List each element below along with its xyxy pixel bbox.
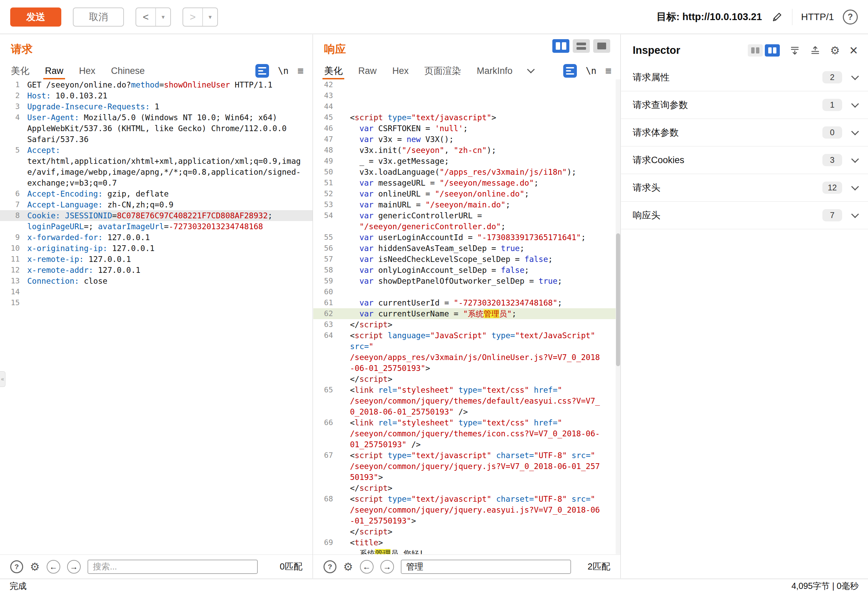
inspector-section-cookies[interactable]: 请求Cookies 3 <box>621 146 868 174</box>
code-line: 15 <box>0 297 313 308</box>
edit-target-pencil-icon[interactable] <box>771 11 783 23</box>
response-panel-title: 响应 <box>324 42 346 57</box>
code-line: 1GET /seeyon/online.do?method=showOnline… <box>0 79 313 90</box>
prev-match-button[interactable]: ← <box>360 560 373 574</box>
code-line: 13Connection: close <box>0 275 313 287</box>
inspector-section-request-headers[interactable]: 请求头 12 <box>621 174 868 202</box>
code-line: exchange;v=b3;q=0.7 <box>0 177 313 188</box>
collapse-all-icon[interactable] <box>810 45 821 56</box>
response-editor-icons: \n ≡ <box>563 64 611 78</box>
editor-menu-icon[interactable]: ≡ <box>297 65 304 77</box>
inspector-close-icon[interactable]: × <box>849 43 858 58</box>
code-line: 56 var hiddenSaveAsTeam_selDep = true; <box>313 243 620 254</box>
layout-single-button[interactable] <box>593 39 610 53</box>
forward-button[interactable]: > <box>183 8 203 26</box>
code-line: 53 var mainURL = "/seeyon/main.do"; <box>313 199 620 210</box>
code-line: </script> <box>313 483 620 494</box>
inspector-section-query-params[interactable]: 请求查询参数 1 <box>621 91 868 119</box>
code-line: 5Accept: <box>0 145 313 156</box>
code-line: 59 var showDeptPanelOfOutworker_selDep =… <box>313 275 620 287</box>
code-line: src=" <box>313 341 620 352</box>
code-line: </script> <box>313 374 620 384</box>
http-version-selector[interactable]: HTTP/1 <box>801 12 834 22</box>
help-icon[interactable]: ? <box>843 10 858 25</box>
search-help-icon[interactable]: ? <box>10 560 23 573</box>
code-line: 8Cookie: JSESSIONID=8C078E76C97C408221F7… <box>0 210 313 221</box>
tab-request-hex[interactable]: Hex <box>79 62 95 79</box>
code-line: 12x-remote-addr: 127.0.0.1 <box>0 265 313 275</box>
code-line: "/seeyon/genericController.do"; <box>313 221 620 232</box>
code-line: 14 <box>0 287 313 297</box>
code-line: 63 </script> <box>313 319 620 330</box>
code-line: 6Accept-Encoding: gzip, deflate <box>0 188 313 199</box>
response-scrollbar[interactable] <box>616 79 620 554</box>
code-line: 7Accept-Language: zh-CN,zh;q=0.9 <box>0 199 313 210</box>
next-match-button[interactable]: → <box>67 560 81 574</box>
search-help-icon[interactable]: ? <box>323 560 337 573</box>
next-match-button[interactable]: → <box>380 560 394 574</box>
code-line: Safari/537.36 <box>0 134 313 145</box>
request-editor[interactable]: 1GET /seeyon/online.do?method=showOnline… <box>0 79 313 554</box>
tab-response-pretty[interactable]: 美化 <box>324 62 342 79</box>
code-line: /seeyon/common/jquery/themes/default/eas… <box>313 395 620 406</box>
chevron-down-icon <box>851 72 859 80</box>
code-line: 60 <box>313 287 620 297</box>
code-line: 58 var onlyLoginAccount_selDep = false; <box>313 265 620 275</box>
back-dropdown-caret-icon[interactable]: ▾ <box>156 8 170 26</box>
response-search-input[interactable] <box>401 560 571 574</box>
beautify-icon[interactable] <box>255 64 269 78</box>
toolbar-separator <box>792 9 793 25</box>
code-line: 01_25750193" /> <box>313 439 620 450</box>
search-settings-gear-icon[interactable]: ⚙ <box>343 561 353 572</box>
code-line: /seeyon/common/jquery/themes/icon.css?V=… <box>313 428 620 439</box>
request-search-input[interactable] <box>87 560 258 574</box>
more-tabs-chevron-icon[interactable] <box>527 66 535 74</box>
request-panel: 请求 美化 Raw Hex Chinese \n ≡ 1GET /seeyon/… <box>0 34 313 578</box>
code-line: 52 var onlineURL = "/seeyon/online.do"; <box>313 188 620 199</box>
code-line: 49 _ = v3x.getMessage; <box>313 156 620 167</box>
code-line: /seeyon/common/jquery/jquery.js?V=V7_0_2… <box>313 461 620 472</box>
layout-columns-button[interactable] <box>552 39 569 53</box>
tab-response-markinfo[interactable]: MarkInfo <box>477 62 512 79</box>
code-line: AppleWebKit/537.36 (KHTML, like Gecko) C… <box>0 123 313 134</box>
tab-request-pretty[interactable]: 美化 <box>11 62 29 79</box>
code-line: </script> <box>313 526 620 537</box>
panel-collapse-handle[interactable]: « <box>0 371 6 387</box>
toolbar: 发送 取消 < ▾ > ▾ 目标: http://10.0.103.21 HTT… <box>0 0 868 34</box>
tab-response-raw[interactable]: Raw <box>358 62 376 79</box>
code-line: 51 var messageURL = "/seeyon/message.do"… <box>313 177 620 188</box>
code-line: 67 <script type="text/javascript" charse… <box>313 450 620 461</box>
send-button[interactable]: 发送 <box>10 7 61 27</box>
inspector-section-body-params[interactable]: 请求体参数 0 <box>621 119 868 146</box>
scrollbar-thumb[interactable] <box>616 233 620 366</box>
chevron-down-icon <box>851 128 859 136</box>
code-line: 2Host: 10.0.103.21 <box>0 90 313 101</box>
inspector-section-response-headers[interactable]: 响应头 7 <box>621 202 868 229</box>
layout-rows-button[interactable] <box>573 39 590 53</box>
tab-response-hex[interactable]: Hex <box>392 62 409 79</box>
prev-match-button[interactable]: ← <box>47 560 60 574</box>
tab-request-raw[interactable]: Raw <box>45 62 63 79</box>
back-button[interactable]: < <box>136 8 156 26</box>
code-line: 4User-Agent: Mozilla/5.0 (Windows NT 10.… <box>0 112 313 123</box>
dock-left-button[interactable] <box>748 44 763 56</box>
editor-menu-icon[interactable]: ≡ <box>605 65 611 77</box>
tab-request-chinese[interactable]: Chinese <box>111 62 145 79</box>
forward-dropdown-caret-icon[interactable]: ▾ <box>203 8 217 26</box>
dock-right-button[interactable] <box>765 44 780 56</box>
response-editor[interactable]: 42434445 <script type="text/javascript">… <box>313 79 620 554</box>
tab-response-render[interactable]: 页面渲染 <box>424 62 461 79</box>
expand-all-icon[interactable] <box>789 45 800 56</box>
code-line: /seeyon/apps_res/v3xmain/js/OnlineUser.j… <box>313 352 620 363</box>
show-newlines-icon[interactable]: \n <box>586 66 596 76</box>
inspector-section-request-attributes[interactable]: 请求属性 2 <box>621 64 868 91</box>
code-line: 68 <script type="text/javascript" charse… <box>313 494 620 504</box>
cancel-button[interactable]: 取消 <box>73 7 124 27</box>
status-text: 完成 <box>10 580 27 592</box>
request-tabs: 美化 Raw Hex Chinese \n ≡ <box>11 62 304 79</box>
inspector-settings-gear-icon[interactable]: ⚙ <box>830 45 840 56</box>
search-settings-gear-icon[interactable]: ⚙ <box>30 561 40 572</box>
code-line: -06-01_25750193"> <box>313 363 620 374</box>
show-newlines-icon[interactable]: \n <box>278 66 288 76</box>
beautify-icon[interactable] <box>563 64 577 78</box>
